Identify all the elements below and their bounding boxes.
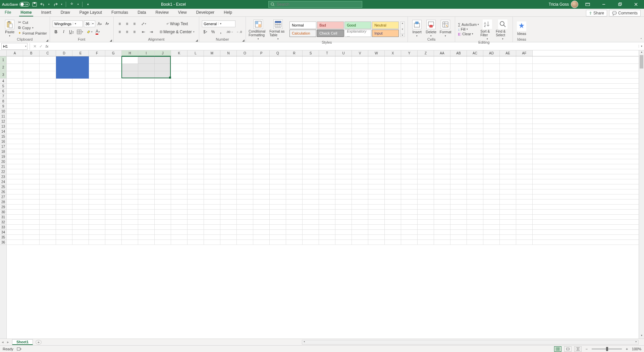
zoom-slider[interactable] (592, 348, 622, 350)
paste-button[interactable]: Paste▾ (3, 18, 17, 37)
column-header[interactable]: U (335, 50, 352, 56)
column-header[interactable]: P (253, 50, 270, 56)
column-header[interactable]: Z (418, 50, 434, 56)
column-header[interactable]: AE (500, 50, 516, 56)
comments-button[interactable]: 💬Comments (609, 10, 641, 16)
zoom-out-icon[interactable]: − (584, 347, 589, 351)
autosave-toggle[interactable]: AutoSave Off (2, 2, 30, 7)
zoom-level[interactable]: 100% (632, 347, 641, 351)
normal-view-icon[interactable] (554, 346, 561, 352)
tab-formulas[interactable]: Formulas (110, 9, 129, 16)
column-header[interactable]: S (303, 50, 319, 56)
row-header[interactable]: 21 (0, 164, 6, 169)
row-header[interactable]: 11 (0, 114, 6, 119)
redo-icon[interactable] (52, 1, 58, 7)
user-account[interactable]: Tricia Goss (549, 1, 578, 8)
decrease-indent-icon[interactable]: ⇤ (140, 29, 147, 35)
row-header[interactable]: 8 (0, 99, 6, 104)
row-header[interactable]: 24 (0, 179, 6, 184)
column-header[interactable]: T (319, 50, 335, 56)
number-format-combo[interactable]: General▾ (202, 20, 235, 27)
row-header[interactable]: 17 (0, 144, 6, 149)
format-painter-button[interactable]: ✦Format Painter (18, 31, 47, 35)
row-header[interactable]: 35 (0, 235, 6, 240)
collapse-ribbon-icon[interactable]: ˄ (640, 38, 642, 41)
percent-format-button[interactable]: % (210, 29, 216, 35)
align-center-icon[interactable]: ≡ (124, 29, 130, 35)
column-header[interactable]: AD (483, 50, 500, 56)
column-header[interactable]: K (171, 50, 187, 56)
orientation-button[interactable]: ⤢▾ (140, 20, 147, 27)
column-header[interactable]: R (286, 50, 303, 56)
column-header[interactable]: V (352, 50, 368, 56)
page-break-view-icon[interactable] (574, 346, 582, 352)
sheet-nav-next-icon[interactable]: ▸ (5, 340, 11, 344)
ideas-button[interactable]: Ideas (516, 20, 528, 36)
style-good[interactable]: Good (344, 21, 371, 29)
cancel-formula-icon[interactable]: ✕ (32, 44, 38, 49)
font-size-combo[interactable]: 36▾ (84, 20, 95, 27)
tab-home[interactable]: Home (19, 9, 33, 16)
column-header[interactable]: AA (434, 50, 450, 56)
row-header[interactable]: 28 (0, 200, 6, 205)
sheet-tab-active[interactable]: Sheet1 (12, 339, 33, 345)
expand-formula-bar-icon[interactable]: ▾ (639, 45, 644, 48)
touch-dropdown-icon[interactable]: ▾ (77, 1, 79, 7)
column-header[interactable]: N (220, 50, 237, 56)
column-header[interactable]: F (89, 50, 105, 56)
row-header[interactable]: 34 (0, 230, 6, 235)
alignment-launcher-icon[interactable]: ◢ (195, 39, 198, 42)
italic-button[interactable]: I (60, 29, 67, 35)
row-header[interactable]: 7 (0, 94, 6, 99)
row-header[interactable]: 12 (0, 119, 6, 124)
tab-insert[interactable]: Insert (40, 9, 53, 16)
style-neutral[interactable]: Neutral (372, 21, 399, 29)
fill-color-button[interactable]: ▾ (85, 29, 94, 35)
conditional-formatting-button[interactable]: Conditional Formatting▾ (249, 18, 268, 40)
column-header[interactable]: I (138, 50, 155, 56)
row-header[interactable]: 18 (0, 149, 6, 154)
close-icon[interactable] (629, 0, 643, 9)
column-header[interactable]: Y (401, 50, 418, 56)
merge-center-button[interactable]: ⊟ Merge & Center ▾ (158, 29, 196, 35)
row-header[interactable]: 30 (0, 210, 6, 215)
tab-developer[interactable]: Developer (195, 9, 216, 16)
vertical-scrollbar[interactable]: ▴▾ (639, 50, 644, 339)
row-header[interactable]: 16 (0, 139, 6, 144)
comma-format-button[interactable]: , (217, 29, 224, 35)
row-header[interactable]: 23 (0, 174, 6, 179)
name-box[interactable]: H1▾ (1, 43, 28, 50)
column-header[interactable]: O (237, 50, 253, 56)
align-left-icon[interactable]: ≡ (116, 29, 123, 35)
borders-button[interactable]: ▾ (76, 29, 84, 35)
select-all-corner[interactable] (0, 50, 6, 56)
style-bad[interactable]: Bad (317, 21, 344, 29)
align-bottom-icon[interactable]: ≡ (131, 20, 138, 27)
selection-range[interactable] (121, 56, 171, 78)
horizontal-scrollbar[interactable]: ◂▸ (302, 340, 639, 345)
page-layout-view-icon[interactable] (564, 346, 572, 352)
style-explanatory[interactable]: Explanatory ... (344, 30, 371, 37)
wrap-text-button[interactable]: ⤶ Wrap Text (158, 20, 196, 27)
row-header[interactable]: 1 (0, 56, 6, 64)
worksheet-grid[interactable]: 1234567891011121314151617181920212223242… (0, 50, 644, 339)
row-header[interactable]: 25 (0, 184, 6, 189)
column-header[interactable]: AF (516, 50, 533, 56)
tab-view[interactable]: View (177, 9, 188, 16)
row-header[interactable]: 36 (0, 240, 6, 245)
column-header[interactable]: J (155, 50, 171, 56)
row-header[interactable]: 27 (0, 194, 6, 200)
clipboard-launcher-icon[interactable]: ◢ (46, 39, 49, 42)
column-header[interactable]: D (56, 50, 72, 56)
add-sheet-icon[interactable]: + (36, 340, 42, 345)
column-header[interactable]: B (23, 50, 40, 56)
fill-handle-icon[interactable] (169, 77, 171, 79)
column-header[interactable]: X (385, 50, 401, 56)
customize-qat-icon[interactable]: ▾ (85, 1, 91, 7)
align-right-icon[interactable]: ≡ (131, 29, 138, 35)
ribbon-display-icon[interactable] (581, 0, 594, 9)
cell-styles-gallery[interactable]: Normal Bad Good Neutral Calculation Chec… (289, 21, 399, 37)
format-cells-button[interactable]: Format▾ (439, 18, 452, 37)
search-input[interactable] (277, 2, 360, 7)
align-middle-icon[interactable]: ≡ (124, 20, 130, 27)
